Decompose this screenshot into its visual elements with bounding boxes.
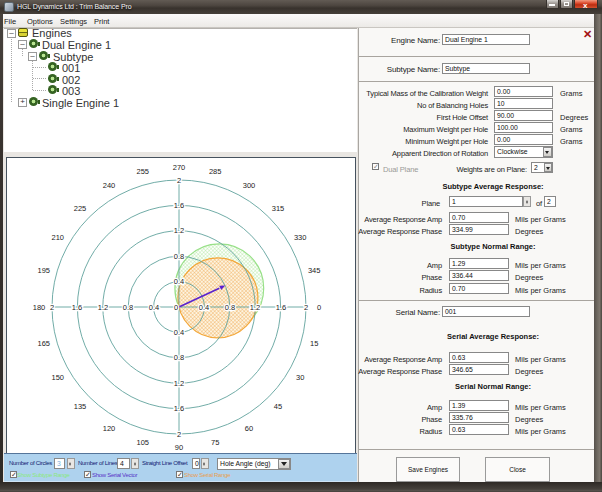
svg-text:15: 15 — [310, 339, 318, 348]
svg-text:135: 135 — [74, 402, 87, 411]
svg-text:1.6: 1.6 — [174, 201, 184, 210]
svg-text:180: 180 — [33, 303, 46, 312]
svg-text:1.6: 1.6 — [276, 303, 286, 312]
svg-text:2: 2 — [177, 176, 181, 185]
svg-text:345: 345 — [308, 266, 321, 275]
svg-text:0: 0 — [317, 303, 321, 312]
svg-text:240: 240 — [103, 181, 116, 190]
svg-text:1.2: 1.2 — [174, 226, 184, 235]
svg-text:0.4: 0.4 — [199, 303, 209, 312]
svg-text:150: 150 — [52, 373, 65, 382]
svg-text:270: 270 — [173, 163, 186, 172]
svg-text:1.2: 1.2 — [98, 303, 108, 312]
svg-text:255: 255 — [137, 167, 150, 176]
svg-text:0.4: 0.4 — [149, 303, 159, 312]
svg-text:0.8: 0.8 — [123, 303, 133, 312]
svg-text:1.2: 1.2 — [174, 379, 184, 388]
svg-text:90: 90 — [175, 443, 183, 452]
svg-text:0.8: 0.8 — [174, 252, 184, 261]
svg-text:75: 75 — [211, 438, 219, 447]
svg-text:2: 2 — [304, 303, 308, 312]
svg-text:0: 0 — [174, 303, 178, 312]
svg-text:2: 2 — [177, 430, 181, 439]
svg-text:1.2: 1.2 — [250, 303, 260, 312]
svg-text:0.8: 0.8 — [225, 303, 235, 312]
svg-text:285: 285 — [209, 167, 222, 176]
svg-text:60: 60 — [245, 424, 253, 433]
svg-text:0.8: 0.8 — [174, 353, 184, 362]
svg-text:0.4: 0.4 — [174, 328, 184, 337]
svg-text:315: 315 — [272, 204, 285, 213]
svg-text:1.6: 1.6 — [72, 303, 82, 312]
svg-text:105: 105 — [137, 438, 150, 447]
svg-text:195: 195 — [38, 266, 51, 275]
svg-text:45: 45 — [274, 402, 282, 411]
svg-text:210: 210 — [52, 233, 65, 242]
svg-text:300: 300 — [243, 181, 256, 190]
svg-text:225: 225 — [74, 204, 87, 213]
svg-text:165: 165 — [38, 339, 51, 348]
svg-text:2: 2 — [50, 303, 54, 312]
svg-text:120: 120 — [103, 424, 116, 433]
svg-text:1.6: 1.6 — [174, 404, 184, 413]
svg-text:0.4: 0.4 — [174, 277, 184, 286]
svg-text:330: 330 — [294, 233, 307, 242]
svg-text:30: 30 — [296, 373, 304, 382]
